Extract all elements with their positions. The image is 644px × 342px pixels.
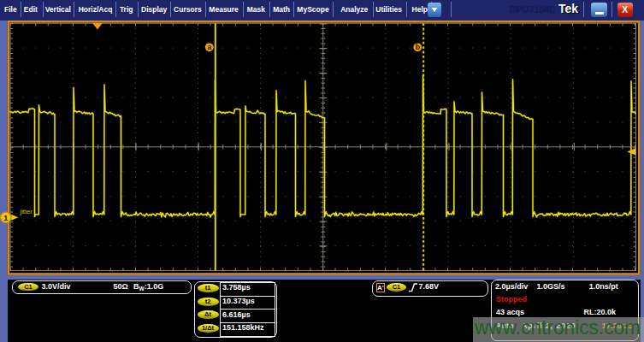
svg-text:1: 1 <box>3 214 8 222</box>
svg-text:a: a <box>207 43 211 51</box>
svg-text:b: b <box>416 43 420 51</box>
svg-text:jitter: jitter <box>20 208 33 215</box>
svg-text:www.cntronics.com: www.cntronics.com <box>474 317 641 339</box>
